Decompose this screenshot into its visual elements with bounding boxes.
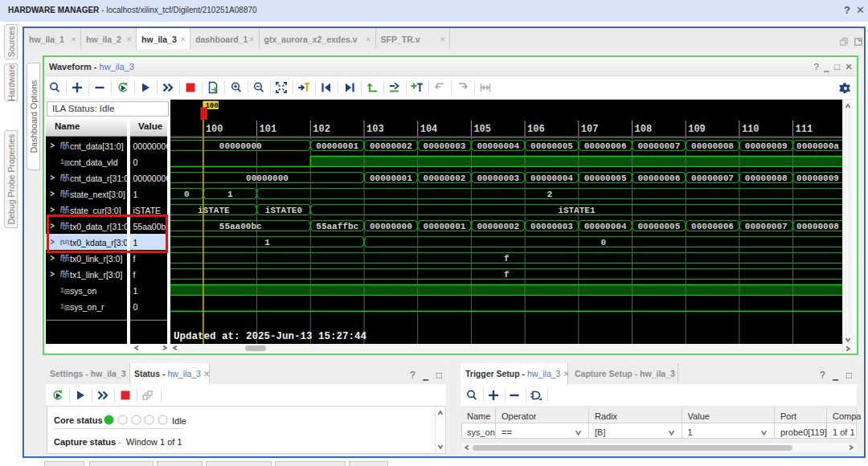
svg-text:00000001: 00000001 (316, 141, 358, 151)
svg-text:00000007: 00000007 (744, 222, 787, 231)
svg-text:00000008: 00000008 (796, 222, 839, 231)
svg-text:109: 109 (688, 124, 706, 135)
svg-text:00000005: 00000005 (637, 222, 680, 231)
svg-text:00000000: 00000000 (219, 141, 261, 151)
svg-text:0000000a: 0000000a (796, 141, 839, 151)
svg-text:1: 1 (60, 286, 64, 294)
svg-text:00000006: 00000006 (691, 222, 734, 231)
svg-text:111: 111 (795, 124, 813, 135)
svg-text:iSTATE: iSTATE (197, 206, 229, 215)
svg-text:00000009: 00000009 (744, 141, 787, 151)
svg-text:iSTATE1: iSTATE1 (558, 206, 596, 215)
svg-text:108: 108 (634, 124, 652, 135)
svg-text:00000000: 00000000 (246, 174, 289, 183)
svg-text:f: f (503, 254, 509, 264)
svg-text:00000003: 00000003 (423, 141, 465, 151)
svg-text:00000007: 00000007 (637, 141, 680, 151)
svg-text:00000005: 00000005 (583, 174, 626, 183)
svg-text:55aa00bc: 55aa00bc (219, 222, 261, 231)
svg-text:00000004: 00000004 (530, 174, 573, 183)
svg-text:1: 1 (60, 157, 64, 166)
svg-text:f: f (503, 270, 509, 280)
svg-text:00000002: 00000002 (369, 141, 411, 151)
svg-text:00000005: 00000005 (530, 141, 573, 151)
svg-text:00000007: 00000007 (691, 174, 734, 183)
svg-text:101: 101 (259, 124, 276, 135)
svg-text:110: 110 (741, 124, 759, 135)
svg-text:103: 103 (366, 124, 384, 135)
svg-text:00000004: 00000004 (477, 141, 519, 151)
svg-text:1: 1 (60, 302, 64, 310)
svg-text:1: 1 (264, 238, 270, 247)
svg-text:Updated at: 2025-Jun-13 15:27:: Updated at: 2025-Jun-13 15:27:44 (174, 331, 367, 342)
svg-text:107: 107 (580, 124, 598, 135)
svg-text:00000003: 00000003 (530, 222, 573, 231)
svg-text:104: 104 (420, 124, 437, 135)
svg-text:00000001: 00000001 (423, 222, 465, 231)
svg-text:102: 102 (313, 124, 330, 135)
svg-text:0: 0 (184, 190, 190, 199)
svg-text:00000008: 00000008 (744, 174, 787, 183)
svg-text:00000008: 00000008 (691, 141, 734, 151)
svg-text:0: 0 (600, 238, 606, 247)
svg-text:1: 1 (227, 190, 232, 199)
svg-text:55aaffbc: 55aaffbc (316, 222, 358, 231)
svg-text:00000002: 00000002 (423, 174, 465, 183)
svg-text:105: 105 (473, 124, 491, 135)
svg-text:00000003: 00000003 (477, 174, 519, 183)
svg-text:00000001: 00000001 (369, 174, 411, 183)
svg-text:00000009: 00000009 (796, 174, 839, 183)
svg-text:00000000: 00000000 (369, 222, 411, 231)
svg-text:00000006: 00000006 (583, 141, 626, 151)
svg-text:iSTATE0: iSTATE0 (264, 206, 301, 215)
svg-text:00000004: 00000004 (583, 222, 626, 231)
svg-text:100: 100 (205, 124, 223, 135)
svg-text:106: 106 (527, 124, 545, 135)
svg-text:00000002: 00000002 (477, 222, 519, 231)
svg-text:2: 2 (547, 190, 552, 199)
svg-text:00000006: 00000006 (637, 174, 680, 183)
